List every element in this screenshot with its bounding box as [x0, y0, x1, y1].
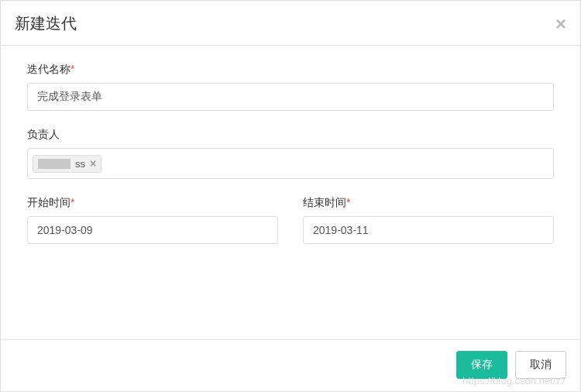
label-text: 结束时间: [303, 196, 346, 208]
owner-group: 负责人 ss ×: [27, 128, 554, 179]
end-time-group: 结束时间*: [303, 196, 554, 244]
iteration-name-label: 迭代名称*: [27, 63, 554, 77]
end-time-label: 结束时间*: [303, 196, 554, 210]
start-time-group: 开始时间*: [27, 196, 278, 244]
start-time-label: 开始时间*: [27, 196, 278, 210]
owner-tag-suffix: ss: [75, 158, 85, 170]
modal-header: 新建迭代 ×: [1, 1, 580, 46]
iteration-name-group: 迭代名称*: [27, 63, 554, 111]
close-icon[interactable]: ×: [555, 15, 566, 33]
end-time-input[interactable]: [303, 216, 554, 244]
modal-container: 新建迭代 × 迭代名称* 负责人 ss × 开始时间*: [0, 0, 581, 392]
required-mark: *: [346, 196, 350, 208]
required-mark: *: [70, 196, 74, 208]
owner-label: 负责人: [27, 128, 554, 142]
cancel-button[interactable]: 取消: [515, 351, 566, 379]
date-row: 开始时间* 结束时间*: [27, 196, 554, 261]
label-text: 开始时间: [27, 196, 70, 208]
remove-tag-icon[interactable]: ×: [90, 158, 96, 169]
modal-footer: 保存 取消: [1, 339, 580, 391]
start-time-input[interactable]: [27, 216, 278, 244]
owner-tag-blurred: [38, 159, 70, 169]
iteration-name-input[interactable]: [27, 83, 554, 111]
owner-input[interactable]: ss ×: [27, 148, 554, 179]
required-mark: *: [70, 63, 74, 75]
label-text: 迭代名称: [27, 63, 70, 75]
modal-body: 迭代名称* 负责人 ss × 开始时间* 结束时间*: [1, 46, 580, 339]
save-button[interactable]: 保存: [456, 351, 507, 379]
owner-tag: ss ×: [33, 155, 101, 173]
modal-title: 新建迭代: [15, 13, 77, 34]
